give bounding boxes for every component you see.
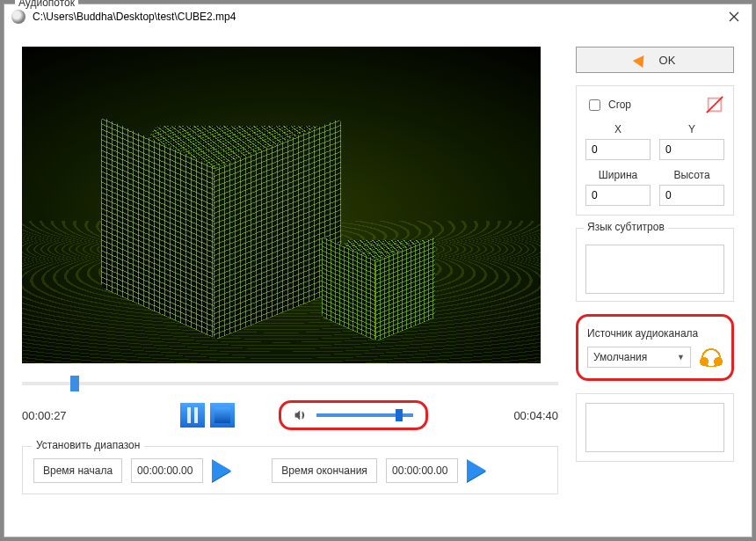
width-label: Ширина — [585, 169, 651, 181]
subtitles-legend: Язык субтитров — [584, 221, 668, 233]
audio-source-dropdown[interactable]: Умолчания ▼ — [587, 347, 691, 368]
pause-icon — [194, 407, 198, 423]
ok-label: OK — [659, 54, 676, 67]
close-button[interactable] — [723, 6, 745, 27]
extra-panel — [576, 393, 734, 462]
crop-icon — [705, 95, 724, 114]
volume-icon — [294, 408, 308, 422]
crop-height-input[interactable] — [659, 185, 724, 206]
crop-label: Crop — [608, 99, 631, 111]
pause-icon — [187, 407, 191, 423]
set-end-button[interactable]: Время окончания — [272, 458, 377, 483]
headphones-icon — [700, 347, 723, 367]
window-title: C:\Users\Buddha\Desktop\test\CUBE2.mp4 — [33, 11, 723, 23]
set-start-button[interactable]: Время начала — [33, 458, 122, 483]
y-label: Y — [659, 123, 724, 135]
start-time-field[interactable]: 00:00:00.00 — [131, 458, 203, 483]
close-icon — [729, 11, 739, 22]
height-label: Высота — [659, 169, 724, 181]
current-time: 00:00:27 — [22, 409, 84, 422]
volume-slider[interactable] — [316, 409, 413, 421]
crop-y-input[interactable] — [659, 139, 724, 160]
range-legend: Установить диапазон — [32, 439, 144, 451]
video-preview[interactable] — [22, 47, 541, 363]
playback-controls: 00:00:27 — [22, 400, 558, 430]
crop-width-input[interactable] — [585, 185, 651, 206]
stop-button[interactable] — [210, 403, 235, 428]
goto-end-button[interactable] — [467, 459, 486, 482]
goto-start-button[interactable] — [212, 459, 231, 482]
crop-panel: Crop X Y Ширина Высота — [576, 85, 734, 216]
volume-group-highlight — [279, 400, 428, 430]
app-icon — [11, 10, 25, 24]
crop-x-input[interactable] — [585, 139, 651, 160]
audio-panel-highlight: Аудиопоток Источник аудиоканала Умолчани… — [576, 314, 734, 381]
range-panel: Установить диапазон Время начала 00:00:0… — [22, 446, 558, 494]
titlebar: C:\Users\Buddha\Desktop\test\CUBE2.mp4 — [4, 4, 752, 29]
star-icon — [632, 52, 648, 68]
total-time: 00:04:40 — [497, 409, 558, 422]
x-label: X — [585, 123, 651, 135]
seek-slider[interactable] — [22, 376, 558, 391]
stop-icon — [214, 407, 230, 423]
subtitles-panel: Язык субтитров — [576, 228, 734, 302]
audio-source-selected: Умолчания — [593, 351, 647, 363]
audio-legend: Аудиопоток — [15, 0, 78, 9]
subtitles-list[interactable] — [585, 245, 724, 294]
extra-list[interactable] — [585, 403, 724, 452]
play-pause-group — [180, 403, 235, 428]
pause-button[interactable] — [180, 403, 205, 428]
audio-source-label: Источник аудиоканала — [587, 327, 723, 340]
dialog-window: C:\Users\Buddha\Desktop\test\CUBE2.mp4 0… — [4, 4, 752, 537]
end-time-field[interactable]: 00:00:00.00 — [386, 458, 458, 483]
chevron-down-icon: ▼ — [677, 353, 685, 362]
crop-checkbox-input[interactable] — [589, 99, 600, 111]
ok-button[interactable]: OK — [576, 47, 734, 73]
crop-checkbox[interactable]: Crop — [585, 97, 631, 113]
